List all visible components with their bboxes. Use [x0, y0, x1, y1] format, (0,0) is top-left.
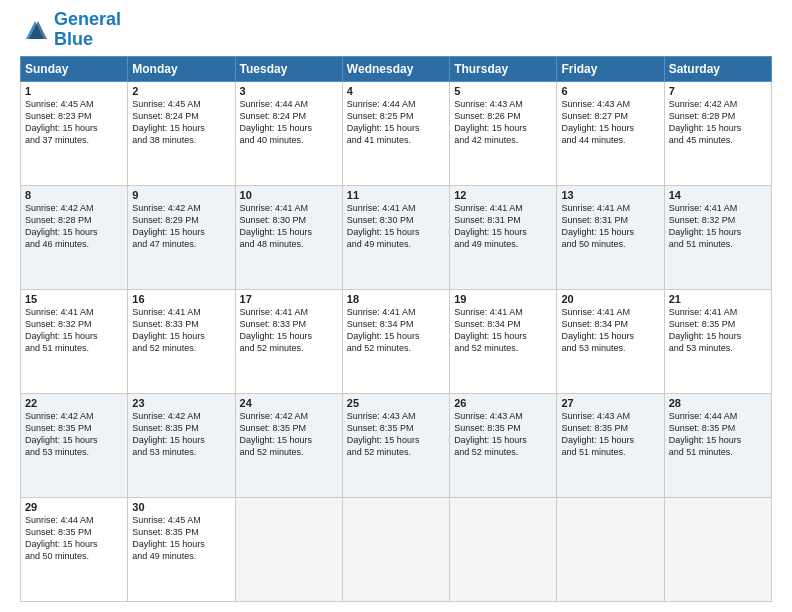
calendar-table: SundayMondayTuesdayWednesdayThursdayFrid… — [20, 56, 772, 602]
calendar-day-cell: 22Sunrise: 4:42 AM Sunset: 8:35 PM Dayli… — [21, 393, 128, 497]
calendar-day-cell — [450, 497, 557, 601]
day-number: 19 — [454, 293, 552, 305]
calendar-header-row: SundayMondayTuesdayWednesdayThursdayFrid… — [21, 56, 772, 81]
calendar-day-cell — [664, 497, 771, 601]
day-number: 5 — [454, 85, 552, 97]
day-info: Sunrise: 4:41 AM Sunset: 8:34 PM Dayligh… — [561, 306, 659, 355]
day-info: Sunrise: 4:42 AM Sunset: 8:29 PM Dayligh… — [132, 202, 230, 251]
day-info: Sunrise: 4:42 AM Sunset: 8:35 PM Dayligh… — [25, 410, 123, 459]
page-header: GeneralBlue — [20, 10, 772, 50]
calendar-day-cell: 24Sunrise: 4:42 AM Sunset: 8:35 PM Dayli… — [235, 393, 342, 497]
day-number: 7 — [669, 85, 767, 97]
calendar-day-cell: 7Sunrise: 4:42 AM Sunset: 8:28 PM Daylig… — [664, 81, 771, 185]
day-number: 6 — [561, 85, 659, 97]
calendar-day-cell: 1Sunrise: 4:45 AM Sunset: 8:23 PM Daylig… — [21, 81, 128, 185]
day-number: 8 — [25, 189, 123, 201]
day-number: 18 — [347, 293, 445, 305]
day-info: Sunrise: 4:41 AM Sunset: 8:32 PM Dayligh… — [25, 306, 123, 355]
day-info: Sunrise: 4:43 AM Sunset: 8:35 PM Dayligh… — [561, 410, 659, 459]
calendar-day-header: Monday — [128, 56, 235, 81]
calendar-day-header: Friday — [557, 56, 664, 81]
day-number: 30 — [132, 501, 230, 513]
day-info: Sunrise: 4:41 AM Sunset: 8:30 PM Dayligh… — [347, 202, 445, 251]
calendar-day-cell: 14Sunrise: 4:41 AM Sunset: 8:32 PM Dayli… — [664, 185, 771, 289]
calendar-day-cell: 26Sunrise: 4:43 AM Sunset: 8:35 PM Dayli… — [450, 393, 557, 497]
calendar-day-cell: 16Sunrise: 4:41 AM Sunset: 8:33 PM Dayli… — [128, 289, 235, 393]
day-number: 4 — [347, 85, 445, 97]
calendar-week-row: 29Sunrise: 4:44 AM Sunset: 8:35 PM Dayli… — [21, 497, 772, 601]
calendar-day-cell: 6Sunrise: 4:43 AM Sunset: 8:27 PM Daylig… — [557, 81, 664, 185]
calendar-day-cell — [557, 497, 664, 601]
day-number: 14 — [669, 189, 767, 201]
day-number: 23 — [132, 397, 230, 409]
day-info: Sunrise: 4:43 AM Sunset: 8:35 PM Dayligh… — [347, 410, 445, 459]
day-number: 12 — [454, 189, 552, 201]
calendar-day-cell: 12Sunrise: 4:41 AM Sunset: 8:31 PM Dayli… — [450, 185, 557, 289]
day-info: Sunrise: 4:41 AM Sunset: 8:33 PM Dayligh… — [132, 306, 230, 355]
calendar-week-row: 22Sunrise: 4:42 AM Sunset: 8:35 PM Dayli… — [21, 393, 772, 497]
day-info: Sunrise: 4:44 AM Sunset: 8:35 PM Dayligh… — [669, 410, 767, 459]
day-info: Sunrise: 4:42 AM Sunset: 8:28 PM Dayligh… — [25, 202, 123, 251]
calendar-day-cell: 4Sunrise: 4:44 AM Sunset: 8:25 PM Daylig… — [342, 81, 449, 185]
calendar-day-cell: 13Sunrise: 4:41 AM Sunset: 8:31 PM Dayli… — [557, 185, 664, 289]
day-number: 15 — [25, 293, 123, 305]
day-info: Sunrise: 4:43 AM Sunset: 8:27 PM Dayligh… — [561, 98, 659, 147]
day-info: Sunrise: 4:44 AM Sunset: 8:35 PM Dayligh… — [25, 514, 123, 563]
day-number: 25 — [347, 397, 445, 409]
day-number: 21 — [669, 293, 767, 305]
day-number: 13 — [561, 189, 659, 201]
calendar-day-cell: 30Sunrise: 4:45 AM Sunset: 8:35 PM Dayli… — [128, 497, 235, 601]
calendar-week-row: 1Sunrise: 4:45 AM Sunset: 8:23 PM Daylig… — [21, 81, 772, 185]
day-number: 27 — [561, 397, 659, 409]
calendar-day-header: Saturday — [664, 56, 771, 81]
day-info: Sunrise: 4:44 AM Sunset: 8:25 PM Dayligh… — [347, 98, 445, 147]
day-number: 28 — [669, 397, 767, 409]
day-number: 11 — [347, 189, 445, 201]
calendar-day-cell: 23Sunrise: 4:42 AM Sunset: 8:35 PM Dayli… — [128, 393, 235, 497]
day-number: 9 — [132, 189, 230, 201]
day-number: 1 — [25, 85, 123, 97]
day-number: 24 — [240, 397, 338, 409]
day-info: Sunrise: 4:45 AM Sunset: 8:23 PM Dayligh… — [25, 98, 123, 147]
day-number: 17 — [240, 293, 338, 305]
calendar-day-cell: 21Sunrise: 4:41 AM Sunset: 8:35 PM Dayli… — [664, 289, 771, 393]
day-info: Sunrise: 4:41 AM Sunset: 8:31 PM Dayligh… — [561, 202, 659, 251]
logo: GeneralBlue — [20, 10, 121, 50]
day-info: Sunrise: 4:41 AM Sunset: 8:35 PM Dayligh… — [669, 306, 767, 355]
calendar-day-cell: 11Sunrise: 4:41 AM Sunset: 8:30 PM Dayli… — [342, 185, 449, 289]
day-info: Sunrise: 4:41 AM Sunset: 8:34 PM Dayligh… — [347, 306, 445, 355]
calendar-day-cell: 15Sunrise: 4:41 AM Sunset: 8:32 PM Dayli… — [21, 289, 128, 393]
day-info: Sunrise: 4:41 AM Sunset: 8:32 PM Dayligh… — [669, 202, 767, 251]
day-number: 22 — [25, 397, 123, 409]
calendar-day-cell: 29Sunrise: 4:44 AM Sunset: 8:35 PM Dayli… — [21, 497, 128, 601]
calendar-day-cell: 9Sunrise: 4:42 AM Sunset: 8:29 PM Daylig… — [128, 185, 235, 289]
day-info: Sunrise: 4:44 AM Sunset: 8:24 PM Dayligh… — [240, 98, 338, 147]
calendar-day-cell: 3Sunrise: 4:44 AM Sunset: 8:24 PM Daylig… — [235, 81, 342, 185]
day-info: Sunrise: 4:41 AM Sunset: 8:30 PM Dayligh… — [240, 202, 338, 251]
calendar-day-cell: 25Sunrise: 4:43 AM Sunset: 8:35 PM Dayli… — [342, 393, 449, 497]
calendar-day-cell: 18Sunrise: 4:41 AM Sunset: 8:34 PM Dayli… — [342, 289, 449, 393]
day-info: Sunrise: 4:42 AM Sunset: 8:35 PM Dayligh… — [240, 410, 338, 459]
logo-text: GeneralBlue — [54, 10, 121, 50]
calendar-day-cell — [235, 497, 342, 601]
calendar-day-cell: 5Sunrise: 4:43 AM Sunset: 8:26 PM Daylig… — [450, 81, 557, 185]
day-number: 16 — [132, 293, 230, 305]
day-number: 2 — [132, 85, 230, 97]
calendar-day-cell: 27Sunrise: 4:43 AM Sunset: 8:35 PM Dayli… — [557, 393, 664, 497]
calendar-day-cell: 17Sunrise: 4:41 AM Sunset: 8:33 PM Dayli… — [235, 289, 342, 393]
day-number: 20 — [561, 293, 659, 305]
calendar-day-cell: 28Sunrise: 4:44 AM Sunset: 8:35 PM Dayli… — [664, 393, 771, 497]
day-number: 26 — [454, 397, 552, 409]
day-info: Sunrise: 4:41 AM Sunset: 8:33 PM Dayligh… — [240, 306, 338, 355]
day-number: 29 — [25, 501, 123, 513]
calendar-day-cell: 19Sunrise: 4:41 AM Sunset: 8:34 PM Dayli… — [450, 289, 557, 393]
day-info: Sunrise: 4:45 AM Sunset: 8:24 PM Dayligh… — [132, 98, 230, 147]
calendar-day-cell: 20Sunrise: 4:41 AM Sunset: 8:34 PM Dayli… — [557, 289, 664, 393]
day-info: Sunrise: 4:42 AM Sunset: 8:28 PM Dayligh… — [669, 98, 767, 147]
day-info: Sunrise: 4:43 AM Sunset: 8:35 PM Dayligh… — [454, 410, 552, 459]
day-number: 3 — [240, 85, 338, 97]
day-info: Sunrise: 4:41 AM Sunset: 8:34 PM Dayligh… — [454, 306, 552, 355]
day-number: 10 — [240, 189, 338, 201]
calendar-week-row: 8Sunrise: 4:42 AM Sunset: 8:28 PM Daylig… — [21, 185, 772, 289]
calendar-day-header: Tuesday — [235, 56, 342, 81]
